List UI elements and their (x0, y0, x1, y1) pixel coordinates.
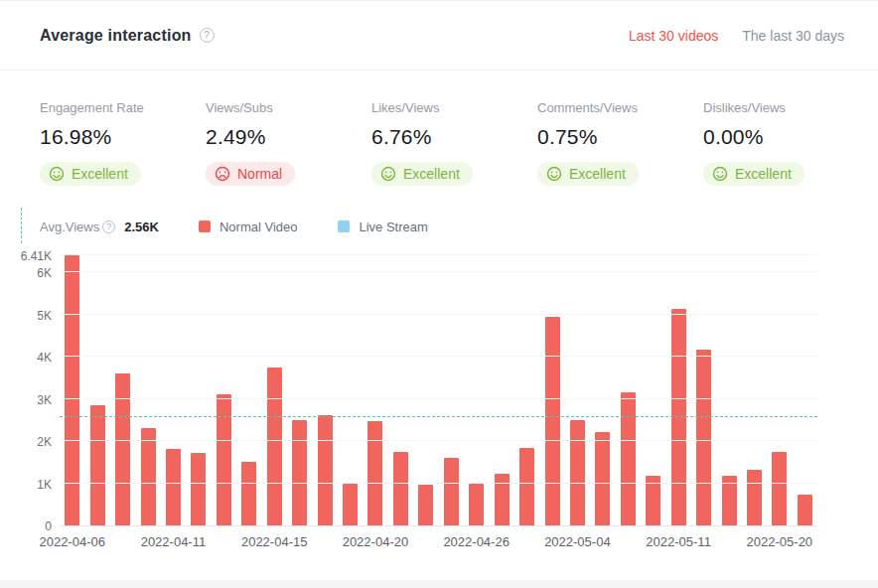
help-icon[interactable]: ? (200, 28, 215, 43)
avg-line-legend-marker (21, 208, 22, 243)
y-axis-tick-label: 1K (37, 478, 52, 492)
video-views-bar[interactable] (444, 458, 459, 525)
bar-slot (161, 256, 186, 525)
metric-likes-views: Likes/Views 6.76% Excellent (371, 100, 537, 186)
metric-label: Views/Subs (206, 100, 371, 115)
video-views-bar[interactable] (65, 255, 79, 525)
y-axis-tick-label: 6.41K (21, 249, 52, 263)
y-axis: 6.41K6K5K4K3K2K1K0 (0, 256, 52, 526)
x-axis-tick-label: 2022-04-26 (443, 534, 510, 549)
video-views-bar[interactable] (545, 317, 560, 525)
avg-views-help-icon[interactable]: ? (102, 220, 115, 233)
metric-views-subs: Views/Subs 2.49% Normal (206, 100, 371, 186)
y-axis-tick-label: 4K (37, 351, 52, 365)
video-views-bar[interactable] (595, 432, 610, 525)
live-stream-swatch (338, 220, 350, 232)
legend-label: Normal Video (220, 220, 298, 234)
avg-views-bar-chart: 6.41K6K5K4K3K2K1K0 2022-04-062022-04-112… (0, 241, 878, 557)
frown-icon (215, 166, 230, 182)
y-axis-tick-label: 2K (37, 435, 52, 449)
bar-slot (742, 256, 767, 525)
x-axis-tick-label: 2022-04-06 (39, 534, 105, 549)
bar-slot (716, 256, 741, 525)
video-views-bar[interactable] (292, 420, 307, 525)
video-views-bar[interactable] (519, 448, 534, 525)
video-views-bar[interactable] (747, 470, 762, 525)
video-views-bar[interactable] (343, 484, 358, 525)
x-axis-tick-label: 2022-04-11 (141, 534, 207, 549)
bar-slot (413, 256, 438, 525)
x-axis-tick-label: 2022-05-20 (747, 534, 813, 549)
bar-slot (312, 256, 337, 525)
video-views-bar[interactable] (772, 452, 787, 525)
gridline (60, 314, 817, 315)
video-views-bar[interactable] (115, 373, 130, 525)
normal-video-swatch (199, 220, 211, 232)
smile-icon (49, 166, 65, 182)
bar-slot (84, 256, 109, 525)
x-axis-tick-label: 2022-04-15 (241, 534, 308, 549)
x-axis-tick-label: 2022-05-11 (646, 534, 711, 549)
video-views-bar[interactable] (570, 420, 585, 526)
bar-slot (590, 256, 615, 525)
bar-slot (666, 256, 691, 525)
video-views-bar[interactable] (191, 453, 206, 525)
legend-item-normal-video[interactable]: Normal Video (199, 220, 298, 234)
video-views-bar[interactable] (241, 462, 256, 525)
video-views-bar[interactable] (166, 449, 181, 525)
gridline (60, 483, 817, 484)
video-views-bar[interactable] (798, 495, 812, 525)
gridline (60, 440, 817, 441)
metric-value: 0.75% (537, 125, 703, 149)
bar-slot (539, 256, 564, 525)
status-badge: Normal (206, 162, 295, 186)
chart-legend: Avg.Views ? 2.56K Normal Video Live Stre… (40, 212, 878, 241)
smile-icon (546, 166, 562, 182)
bar-slot (489, 256, 513, 525)
bar-slot (616, 256, 641, 525)
y-axis-tick-label: 5K (37, 309, 52, 323)
avg-views-label: Avg.Views (40, 220, 99, 234)
bar-slot (338, 256, 363, 525)
status-badge: Excellent (537, 162, 639, 186)
metric-comments-views: Comments/Views 0.75% Excellent (537, 100, 703, 186)
bar-slot (60, 256, 84, 525)
range-tabs: Last 30 videos The last 30 days (629, 28, 844, 44)
x-axis-tick-label: 2022-05-04 (544, 534, 611, 549)
avg-views-value: 2.56K (124, 220, 159, 234)
metric-value: 16.98% (40, 125, 206, 149)
video-views-bar[interactable] (141, 428, 156, 525)
bar-slot (464, 256, 489, 525)
status-label: Excellent (569, 166, 626, 182)
tab-last-30-videos[interactable]: Last 30 videos (629, 28, 718, 44)
bar-slot (439, 256, 464, 525)
video-views-bar[interactable] (621, 392, 636, 526)
page-title: Average interaction (40, 27, 192, 45)
avg-views-dashed-line (60, 416, 817, 417)
video-views-bar[interactable] (393, 452, 408, 525)
legend-item-live-stream[interactable]: Live Stream (338, 220, 427, 234)
metrics-row: Engagement Rate 16.98% Excellent Views/S… (0, 71, 878, 186)
smile-icon (712, 166, 728, 182)
bar-slot (388, 256, 413, 525)
metric-value: 2.49% (206, 125, 371, 149)
video-views-bar[interactable] (469, 484, 484, 525)
video-views-bar[interactable] (318, 415, 333, 525)
card-header: Average interaction ? Last 30 videos The… (0, 1, 878, 71)
metric-label: Likes/Views (371, 100, 537, 115)
video-views-bar[interactable] (90, 405, 105, 525)
bar-slot (363, 256, 387, 525)
video-views-bar[interactable] (367, 421, 382, 525)
bar-slot (691, 256, 716, 525)
average-interaction-card: Average interaction ? Last 30 videos The… (0, 0, 878, 580)
video-views-bar[interactable] (217, 394, 231, 525)
y-axis-tick-label: 0 (45, 519, 52, 533)
video-views-bar[interactable] (696, 350, 711, 525)
status-label: Excellent (72, 166, 128, 182)
video-views-bar[interactable] (418, 485, 433, 525)
video-views-bar[interactable] (267, 368, 282, 525)
plot-area (60, 256, 817, 526)
tab-last-30-days[interactable]: The last 30 days (742, 28, 844, 44)
gridline (60, 254, 817, 255)
status-badge: Excellent (40, 162, 141, 186)
